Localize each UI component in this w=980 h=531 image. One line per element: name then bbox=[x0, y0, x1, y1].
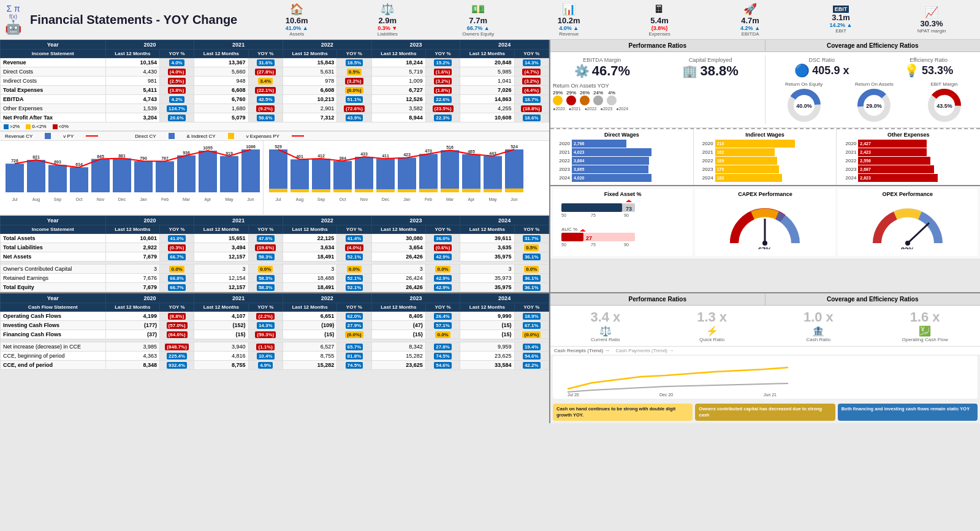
info-cards-row: Cash on hand continues to be strong with… bbox=[550, 401, 980, 423]
bs-l12m-5-1: 12,157 bbox=[194, 283, 248, 292]
is-l12m-1-0: 4,430 bbox=[105, 67, 159, 77]
kpi-expenses: 🖩 5.4m (3.8%) Expenses bbox=[638, 3, 681, 37]
direct-wages-bars-row-0: 20202,766 bbox=[553, 140, 691, 148]
kpi-liabilities: ⚖️ 2.9m 0.3% ▼ Liabilities bbox=[366, 2, 409, 37]
svg-text:Jun: Jun bbox=[247, 197, 254, 201]
di-direct-bar-10 bbox=[484, 156, 502, 189]
bs-label-1: Total Liabilities bbox=[1, 243, 106, 252]
cf-l12m-4-4: 23,625 bbox=[460, 352, 514, 361]
is-label-6: Net Profit After Tax bbox=[1, 113, 106, 122]
bs-l12m-1-0: 2,922 bbox=[105, 243, 159, 252]
bs-row-4: Retained Earnings7,67666.8%12,15458.3%18… bbox=[1, 274, 549, 283]
svg-text:Jul: Jul bbox=[12, 197, 18, 201]
roe-donut-svg: 40.0% bbox=[786, 87, 822, 124]
cf-l12m-5-1: 8,755 bbox=[194, 361, 248, 370]
cf-l12m-0-2: 6,651 bbox=[283, 312, 336, 321]
legend-red-square bbox=[53, 124, 58, 129]
svg-text:433: 433 bbox=[360, 152, 368, 156]
is-yoy-6-2: 43.9% bbox=[337, 113, 371, 122]
cf-yoy-2-1: (59.3%) bbox=[248, 330, 283, 339]
rev-bar-7 bbox=[156, 161, 174, 192]
bs-yoy-0-0: 41.0% bbox=[159, 234, 194, 243]
is-yoy-3-1: (22.1%) bbox=[248, 86, 283, 95]
bs-label-0: Total Assets bbox=[1, 234, 106, 243]
indirect-wages-title: Indirect Wages bbox=[696, 132, 834, 138]
is-label-1: Direct Costs bbox=[1, 67, 106, 77]
rocket-icon: 🚀 bbox=[743, 2, 757, 16]
kpi-assets: 🏠 10.6m 41.0% ▲ Assets bbox=[275, 2, 318, 37]
bs-l12m-0-3: 30,080 bbox=[371, 234, 425, 243]
indirect-wages-bars-bar-4: 182 bbox=[715, 174, 782, 182]
direct-wages-bars-row-1: 20214,023 bbox=[553, 148, 691, 156]
bottom-section: Year 2020 2021 2022 2023 2024 Cash Flow … bbox=[0, 292, 980, 423]
capital-value: 38.8% bbox=[700, 63, 738, 79]
bs-yoy-2-4: 36.1% bbox=[514, 252, 549, 262]
fixed-asset-panel: Fixed Asset % 73 50 75 90 AUC % 27 bbox=[553, 189, 693, 256]
di-indirect-bar-9 bbox=[462, 189, 481, 192]
svg-text:Apr: Apr bbox=[205, 197, 212, 202]
legend-area: >2% 0-<2% <0% bbox=[0, 122, 549, 131]
di-chart-svg: 529Jul401Aug412Sep384Oct433Nov411Dec423J… bbox=[266, 143, 523, 211]
is-yoy-3-3: (1.8%) bbox=[425, 86, 460, 95]
cf-yoy-2-0: (84.6%) bbox=[159, 330, 194, 339]
eff-stat: Efficiency Ratio 💡 53.3% bbox=[904, 57, 953, 78]
bs-yoy-3-0: 0.0% bbox=[159, 265, 194, 274]
left-col-top: Year 2020 2021 2022 2023 2024 Income Sta… bbox=[0, 40, 549, 292]
bs-yoy-0-3: 36.0% bbox=[425, 234, 460, 243]
is-row-1: Direct Costs4,430(4.0%)5,660(27.8%)5,631… bbox=[1, 67, 549, 77]
bs-l12m-2-4: 35,975 bbox=[460, 252, 514, 262]
svg-text:Jun: Jun bbox=[511, 197, 517, 201]
svg-text:90: 90 bbox=[624, 243, 629, 247]
bs-l12m-0-0: 10,601 bbox=[105, 234, 159, 243]
bs-l12m-4-2: 18,488 bbox=[283, 274, 336, 283]
bs-yoy-1-4: 0.5% bbox=[514, 243, 549, 252]
is-row-6: Net Profit After Tax3,20420.6%5,07958.6%… bbox=[1, 113, 549, 122]
svg-text:726: 726 bbox=[11, 159, 18, 163]
yoy-h5: YOY % bbox=[514, 50, 549, 58]
cf-yoy-1-4: 67.1% bbox=[514, 321, 549, 330]
dot-2022 bbox=[580, 96, 590, 105]
roa-dots-row: 29% 29% 26% 24% bbox=[553, 90, 760, 105]
year-2023-header: 2023 bbox=[371, 40, 460, 50]
direct-wages-bars-row-3: 20233,865 bbox=[553, 165, 691, 173]
di-indirect-bar-11 bbox=[505, 189, 523, 192]
di-indirect-bar-0 bbox=[269, 189, 287, 192]
other-expenses-bars-row-1: 20212,423 bbox=[839, 148, 978, 156]
di-direct-bar-3 bbox=[333, 161, 352, 190]
is-yoy-2-1: 3.4% bbox=[248, 77, 283, 86]
cf-yoy-0-2: 62.0% bbox=[337, 312, 371, 321]
is-l12m-6-3: 8,944 bbox=[371, 113, 425, 122]
is-l12m-1-4: 5,985 bbox=[460, 67, 514, 77]
cf-row-2: Financing Cash Flows(37)(84.6%)(15)(59.3… bbox=[1, 330, 549, 339]
cf-l12m-2-2: (15) bbox=[283, 330, 336, 339]
right-col-header: Performance Ratios Coverage and Efficien… bbox=[550, 40, 980, 52]
direct-wages-bars-row-2: 20223,884 bbox=[553, 157, 691, 165]
cf-right: Performance Ratios Coverage and Efficien… bbox=[549, 293, 980, 423]
svg-text:Nov: Nov bbox=[97, 197, 105, 201]
bs-yoy-0-2: 41.4% bbox=[337, 234, 371, 243]
is-yoy-1-2: 0.5% bbox=[337, 67, 371, 77]
is-l12m-3-4: 7,026 bbox=[460, 86, 514, 95]
bs-row-1: Total Liabilities2,922(0.3%)3,494(19.6%)… bbox=[1, 243, 549, 252]
dot-2024 bbox=[607, 96, 617, 105]
svg-text:861: 861 bbox=[118, 154, 126, 158]
trend-labels: Cash Receipts (Trend) → Cash Payments (T… bbox=[550, 347, 980, 355]
dot-2020 bbox=[553, 96, 563, 105]
other-expenses-bars-row-0: 20202,427 bbox=[839, 140, 978, 148]
donut-row: Return On Equity 40.0% Return On Assets bbox=[770, 81, 978, 124]
revenue-chart-svg: 726Jul821Aug693Sep634Oct845Nov861Dec790J… bbox=[2, 143, 260, 211]
cf-l12m-1-4: (15) bbox=[460, 321, 514, 330]
di-indirect-bar-10 bbox=[484, 189, 502, 192]
svg-text:Nov: Nov bbox=[360, 197, 368, 201]
roa-year-labels: ●2020 ●2021 ●2022 ●2023 ●2024 bbox=[553, 107, 760, 111]
svg-text:Sep: Sep bbox=[317, 197, 325, 202]
rev-bar-3 bbox=[70, 167, 88, 192]
kpi-npat: 📈 30.3% NPAT margin bbox=[910, 6, 953, 34]
roa-dot-2023: 24% bbox=[593, 90, 603, 105]
cf-l12m-0-4: 9,990 bbox=[460, 312, 514, 321]
cash-icon: 🏦 bbox=[812, 325, 824, 337]
other-expenses-bars-bar-4: 2,823 bbox=[858, 174, 938, 182]
trend-sparkline: Jul 20 Dec 20 Jun 21 bbox=[553, 356, 978, 399]
npat-icon: 📈 bbox=[925, 6, 938, 19]
ocf-icon: 💹 bbox=[919, 325, 931, 337]
